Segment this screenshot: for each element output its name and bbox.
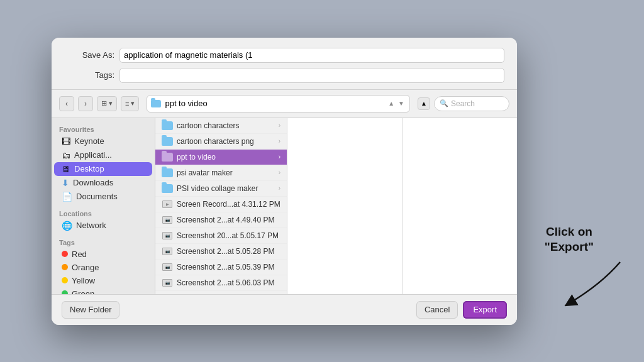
chevron-right-icon: › (279, 153, 280, 160)
location-name: ppt to video (165, 99, 383, 108)
list-item[interactable]: 📷 Screenshot 2...at 5.06.59 PM (155, 291, 287, 294)
favourites-label: Favourites (52, 123, 155, 134)
list-item[interactable]: 📷 Screenshot 2...at 5.06.03 PM (155, 275, 287, 291)
annotation-container: Click on "Export" (545, 224, 594, 255)
list-item[interactable]: psi avatar maker › (155, 165, 287, 181)
save-as-input[interactable] (119, 48, 504, 63)
list-item[interactable]: ppt to video › (155, 150, 287, 165)
location-selector[interactable]: ppt to video ▲ ▼ (147, 95, 410, 112)
tags-input[interactable] (119, 68, 504, 83)
chevron-right-icon: › (279, 169, 280, 176)
sidebar-item-desktop[interactable]: 🖥 Desktop (54, 162, 152, 176)
file-item-label: cartoon characters (177, 121, 275, 130)
file-item-label: Screenshot 2...at 5.06.03 PM (177, 278, 280, 287)
desktop-icon: 🖥 (62, 164, 70, 174)
tags-section-label: Tags (52, 236, 155, 248)
grid-view-button[interactable]: ⊞ ▾ (97, 96, 117, 111)
toolbar: ‹ › ⊞ ▾ ≡ ▾ ppt to video ▲ ▼ ▲ 🔍 Search (52, 90, 517, 118)
sidebar-item-label: Green (72, 289, 94, 294)
sidebar-item-tag-green[interactable]: Green (54, 287, 152, 294)
sidebar-item-label: Documents (76, 192, 118, 201)
export-button[interactable]: Export (463, 301, 507, 319)
sidebar-item-documents[interactable]: 📄 Documents (54, 190, 152, 204)
expand-button[interactable]: ▲ (418, 97, 430, 110)
annotation-text: Click on "Export" (545, 224, 594, 255)
green-dot (62, 290, 68, 294)
file-icon: 📷 (162, 247, 173, 256)
file-list: cartoon characters › cartoon characters … (155, 118, 287, 294)
list-item[interactable]: 📷 Screenshot 2...at 4.49.40 PM (155, 212, 287, 228)
list-item[interactable]: ▶ Screen Record...at 4.31.12 PM (155, 197, 287, 212)
locations-label: Locations (52, 207, 155, 219)
footer-actions: Cancel Export (416, 301, 507, 319)
annotation-line1: Click on (545, 224, 594, 240)
preview-pane-2 (402, 118, 517, 294)
file-item-label: ppt to video (177, 153, 275, 162)
dialog-header: Save As: Tags: (52, 38, 517, 90)
file-icon: 📷 (162, 263, 173, 272)
sidebar-item-label: Yellow (72, 276, 95, 285)
search-box[interactable]: 🔍 Search (434, 96, 509, 111)
dialog-footer: New Folder Cancel Export (52, 294, 517, 325)
list-item[interactable]: 📷 Screenshot 2...at 5.05.28 PM (155, 244, 287, 260)
sidebar-item-tag-orange[interactable]: Orange (54, 261, 152, 274)
list-item[interactable]: cartoon characters png › (155, 134, 287, 150)
folder-icon (162, 168, 173, 177)
main-area: cartoon characters › cartoon characters … (155, 118, 517, 294)
grid-icon: ⊞ (101, 99, 107, 107)
sidebar-item-tag-red[interactable]: Red (54, 248, 152, 261)
forward-button[interactable]: › (78, 96, 93, 111)
dialog-body: Favourites 🎞 Keynote 🗂 Applicati... 🖥 De… (52, 118, 517, 294)
sidebar: Favourites 🎞 Keynote 🗂 Applicati... 🖥 De… (52, 118, 155, 294)
chevron-down-icon: ▾ (109, 99, 113, 107)
cancel-button[interactable]: Cancel (416, 301, 458, 319)
folder-icon (162, 137, 173, 146)
location-up-button[interactable]: ▲ (387, 99, 396, 107)
search-icon: 🔍 (440, 99, 448, 107)
orange-dot (62, 264, 68, 270)
network-icon: 🌐 (62, 221, 72, 231)
file-icon: ▶ (162, 200, 173, 209)
folder-icon-location (151, 100, 161, 107)
sidebar-item-label: Orange (72, 263, 99, 272)
list-item[interactable]: cartoon characters › (155, 118, 287, 134)
save-dialog: Save As: Tags: ‹ › ⊞ ▾ ≡ ▾ ppt to video … (52, 38, 517, 325)
folder-icon (162, 121, 173, 130)
location-down-button[interactable]: ▼ (397, 99, 406, 107)
documents-icon: 📄 (62, 192, 72, 202)
chevron-right-icon: › (279, 185, 280, 192)
list-item[interactable]: 📷 Screenshot 2...at 5.05.39 PM (155, 260, 287, 275)
apps-icon: 🗂 (62, 150, 70, 160)
sidebar-item-network[interactable]: 🌐 Network (54, 219, 152, 233)
file-item-label: psi avatar maker (177, 168, 275, 177)
file-item-label: Screenshot 20...at 5.05.17 PM (177, 231, 280, 240)
folder-icon-selected (162, 153, 173, 162)
list-icon: ≡ (125, 100, 129, 107)
file-icon: 📷 (162, 216, 173, 224)
file-item-label: PSI video collage maker (177, 184, 275, 193)
sidebar-item-label: Applicati... (74, 150, 112, 160)
sidebar-item-label: Desktop (74, 164, 104, 173)
sidebar-item-keynote[interactable]: 🎞 Keynote (54, 134, 152, 148)
file-item-label: cartoon characters png (177, 137, 275, 146)
sidebar-item-label: Network (76, 221, 106, 230)
tags-label: Tags: (64, 70, 114, 80)
sidebar-item-downloads[interactable]: ⬇ Downloads (54, 176, 152, 190)
list-item[interactable]: 📷 Screenshot 20...at 5.05.17 PM (155, 228, 287, 244)
location-controls: ▲ ▼ (387, 99, 406, 107)
chevron-right-icon: › (279, 122, 280, 129)
file-item-label: Screenshot 2...at 5.05.28 PM (177, 247, 280, 256)
file-item-label: Screen Record...at 4.31.12 PM (177, 200, 280, 209)
new-folder-button[interactable]: New Folder (62, 301, 119, 319)
search-placeholder: Search (451, 99, 475, 108)
list-view-button[interactable]: ≡ ▾ (121, 96, 139, 111)
sidebar-item-applications[interactable]: 🗂 Applicati... (54, 148, 152, 162)
chevron-down-icon-2: ▾ (131, 99, 135, 107)
sidebar-item-tag-yellow[interactable]: Yellow (54, 274, 152, 287)
file-icon: 📷 (162, 231, 173, 240)
annotation-line2: "Export" (545, 239, 594, 255)
list-item[interactable]: PSI video collage maker › (155, 181, 287, 197)
file-item-label: Screenshot 2...at 5.05.39 PM (177, 263, 280, 272)
file-icon: 📷 (162, 278, 173, 287)
back-button[interactable]: ‹ (59, 96, 74, 111)
